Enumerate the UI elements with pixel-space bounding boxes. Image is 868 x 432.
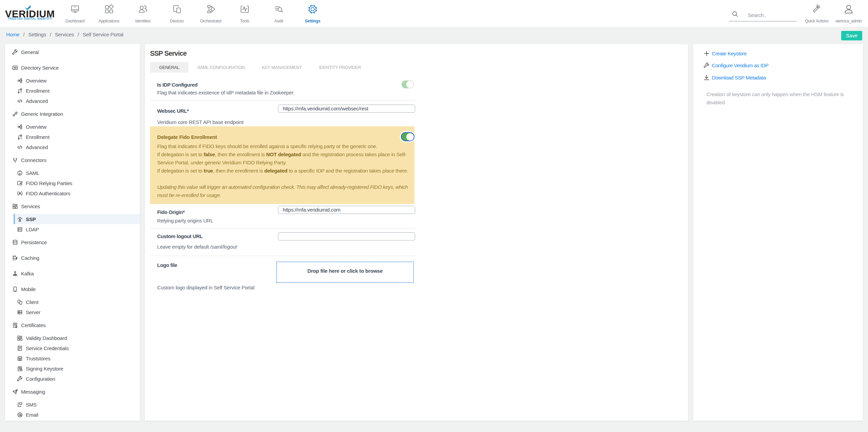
svg-text:AD: AD bbox=[14, 67, 17, 69]
